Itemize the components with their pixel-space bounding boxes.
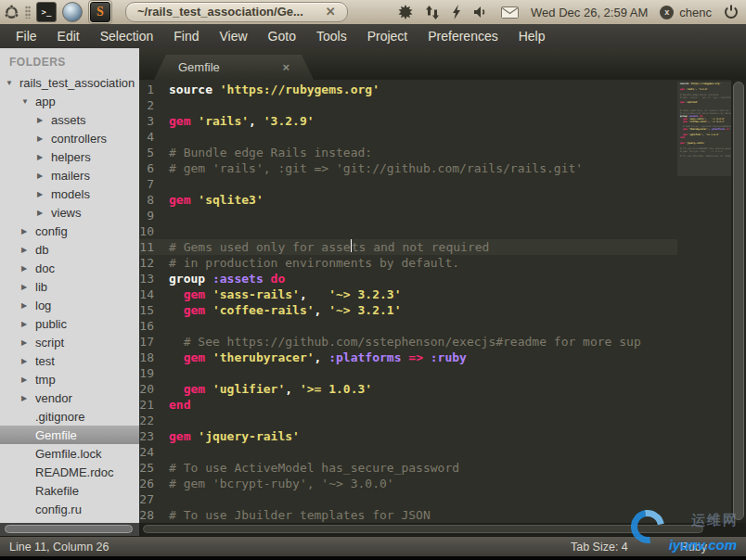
menu-goto[interactable]: Goto (258, 26, 306, 46)
menu-selection[interactable]: Selection (90, 26, 164, 46)
window-close-icon[interactable]: ✕ (326, 5, 336, 19)
volume-icon[interactable] (474, 6, 489, 19)
tree-closed-arrow-icon[interactable]: ▶ (21, 375, 35, 384)
tree-item-assets[interactable]: ▶assets (0, 110, 139, 129)
clock-menu[interactable]: Wed Dec 26, 2:59 AM (531, 6, 648, 19)
tree-closed-arrow-icon[interactable]: ▶ (21, 283, 35, 291)
network-updown-icon[interactable] (425, 6, 440, 19)
mail-indicator-icon[interactable] (501, 6, 519, 19)
editor-hscrollbar[interactable] (139, 523, 746, 536)
tree-item-gemfile[interactable]: Gemfile (0, 426, 139, 444)
tree-closed-arrow-icon[interactable]: ▶ (21, 357, 35, 365)
line-number: 17 (139, 334, 169, 350)
tree-item-models[interactable]: ▶models (0, 185, 139, 203)
code-line-23: 23gem 'jquery-rails' (139, 428, 746, 444)
tree-item-label: test (35, 354, 55, 368)
vertical-scrollbar[interactable] (731, 80, 746, 523)
tree-item-db[interactable]: ▶db (0, 240, 139, 259)
window-title-button[interactable]: ~/rails_test_association/Ge... ✕ (125, 2, 348, 22)
sidebar-hscrollbar[interactable] (0, 523, 139, 536)
line-number: 25 (139, 460, 169, 476)
sublime-launcher-frame: S (88, 0, 112, 24)
tree-closed-arrow-icon[interactable]: ▶ (21, 246, 35, 254)
menu-edit[interactable]: Edit (47, 26, 90, 46)
power-status-icon[interactable] (452, 5, 462, 19)
menu-help[interactable]: Help (508, 26, 556, 46)
tab-close-icon[interactable]: × (282, 60, 289, 74)
tree-item-mailers[interactable]: ▶mailers (0, 166, 139, 185)
tree-closed-arrow-icon[interactable]: ▶ (21, 320, 35, 328)
line-number: 1 (139, 82, 169, 97)
tree-closed-arrow-icon[interactable]: ▶ (37, 172, 51, 180)
status-tab-size[interactable]: Tab Size: 4 (571, 541, 628, 554)
keyboard-indicator-icon[interactable] (398, 5, 413, 19)
tree-item-config[interactable]: ▶config (0, 222, 139, 240)
tree-closed-arrow-icon[interactable]: ▶ (37, 153, 51, 161)
line-number: 12 (139, 255, 169, 271)
code-line-12: 12# in production environments by defaul… (139, 255, 746, 271)
tree-item-helpers[interactable]: ▶helpers (0, 147, 139, 166)
code-line-16: 16 (139, 318, 746, 334)
tree-item-readme-rdoc[interactable]: README.rdoc (0, 463, 139, 481)
menu-view[interactable]: View (210, 26, 258, 46)
status-syntax[interactable]: Ruby (680, 541, 707, 554)
ubuntu-logo-icon[interactable] (4, 5, 19, 20)
sidebar-hscroll-thumb[interactable] (5, 525, 133, 533)
line-number: 22 (139, 413, 169, 428)
tree-item-label: controllers (51, 132, 107, 146)
line-number: 10 (139, 223, 169, 239)
tree-item-label: rails_test_association (19, 76, 135, 90)
tab-gemfile[interactable]: Gemfile × (154, 55, 314, 80)
menu-find[interactable]: Find (163, 26, 209, 46)
power-menu-icon[interactable] (724, 5, 739, 19)
menu-tools[interactable]: Tools (306, 26, 357, 46)
code-line-4: 4 (139, 129, 746, 145)
code-area[interactable]: 1source 'https://rubygems.org'23gem 'rai… (139, 80, 746, 523)
sidebar: FOLDERS ▼rails_test_association▼app▶asse… (0, 48, 139, 536)
tree-closed-arrow-icon[interactable]: ▶ (37, 134, 51, 143)
tree-closed-arrow-icon[interactable]: ▶ (21, 264, 35, 273)
panel-grip[interactable] (25, 6, 31, 19)
user-menu[interactable]: x chenc (660, 6, 712, 19)
tree-item-views[interactable]: ▶views (0, 203, 139, 222)
tree-item-controllers[interactable]: ▶controllers (0, 129, 139, 147)
tree-item-public[interactable]: ▶public (0, 314, 139, 333)
tree-item-tmp[interactable]: ▶tmp (0, 370, 139, 388)
tree-closed-arrow-icon[interactable]: ▶ (37, 116, 51, 124)
tree-open-arrow-icon[interactable]: ▼ (21, 97, 35, 106)
tree-item-config-ru[interactable]: config.ru (0, 500, 139, 518)
editor-hscroll-thumb[interactable] (143, 525, 703, 533)
firefox-launcher-icon[interactable] (62, 2, 83, 22)
tree-closed-arrow-icon[interactable]: ▶ (21, 394, 35, 402)
tree-item-lib[interactable]: ▶lib (0, 277, 139, 296)
tree-closed-arrow-icon[interactable]: ▶ (21, 301, 35, 310)
line-number: 14 (139, 286, 169, 302)
tree-item-label: models (51, 187, 90, 201)
vertical-scroll-thumb[interactable] (733, 82, 744, 520)
menu-file[interactable]: File (6, 26, 47, 46)
tree-item-gemfile-lock[interactable]: Gemfile.lock (0, 444, 139, 463)
tree-item-log[interactable]: ▶log (0, 296, 139, 314)
terminal-launcher-icon[interactable]: >_ (36, 2, 57, 22)
tree-closed-arrow-icon[interactable]: ▶ (21, 338, 35, 347)
line-number: 16 (139, 318, 169, 334)
tree-item-vendor[interactable]: ▶vendor (0, 388, 139, 407)
minimap[interactable]: source 'https://rubygems.org'gem 'rails'… (677, 80, 731, 523)
tree-item-label: tmp (35, 373, 56, 387)
tree-item-script[interactable]: ▶script (0, 333, 139, 351)
tree-closed-arrow-icon[interactable]: ▶ (37, 190, 51, 198)
menu-preferences[interactable]: Preferences (418, 26, 508, 46)
tree-item-label: .gitignore (35, 410, 84, 424)
tree-item--gitignore[interactable]: .gitignore (0, 407, 139, 426)
sublime-launcher-icon[interactable]: S (90, 2, 110, 22)
tree-item-app[interactable]: ▼app (0, 92, 139, 110)
tree-closed-arrow-icon[interactable]: ▶ (21, 227, 35, 235)
tree-item-label: lib (35, 280, 47, 294)
tree-open-arrow-icon[interactable]: ▼ (6, 79, 19, 87)
menu-project[interactable]: Project (357, 26, 418, 46)
tree-item-rakefile[interactable]: Rakefile (0, 481, 139, 500)
tree-closed-arrow-icon[interactable]: ▶ (37, 209, 51, 217)
tree-item-doc[interactable]: ▶doc (0, 259, 139, 277)
tree-item-rails-test-association[interactable]: ▼rails_test_association (0, 73, 139, 92)
tree-item-test[interactable]: ▶test (0, 351, 139, 370)
